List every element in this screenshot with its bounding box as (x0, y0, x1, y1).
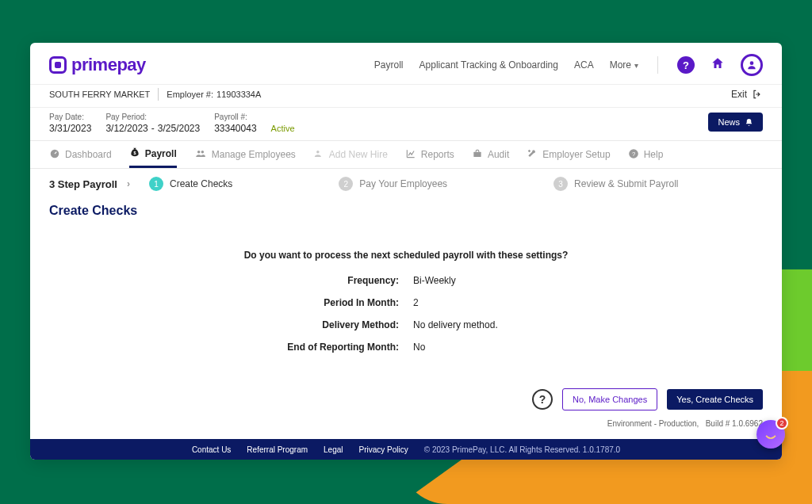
pay-date-col: Pay Date: 3/31/2023 (49, 113, 91, 134)
tab-payroll[interactable]: $ Payroll (129, 141, 177, 168)
footer-privacy[interactable]: Privacy Policy (359, 445, 408, 454)
step-3-num: 3 (553, 177, 568, 191)
topnav-more[interactable]: More ▾ (610, 59, 638, 71)
tab-dashboard[interactable]: Dashboard (49, 141, 112, 168)
chat-widget[interactable]: 2 (756, 420, 785, 449)
main-tabs: Dashboard $ Payroll Manage Employees Add… (30, 140, 782, 169)
news-label: News (718, 117, 740, 127)
chart-icon (405, 148, 416, 162)
brand-name: primepay (71, 55, 146, 75)
payroll-num-label: Payroll #: (214, 113, 256, 121)
status-active: Active (271, 124, 295, 134)
steps-title: 3 Step Payroll › (49, 178, 130, 190)
smile-icon (763, 426, 779, 442)
pay-period-label: Pay Period: (105, 113, 200, 121)
exit-link[interactable]: Exit (731, 89, 763, 100)
step-1-label: Create Checks (170, 178, 232, 189)
step-3[interactable]: 3 Review & Submit Payroll (553, 177, 678, 191)
user-avatar[interactable] (741, 54, 763, 76)
home-icon[interactable] (710, 56, 725, 74)
help-icon[interactable]: ? (677, 56, 695, 74)
money-bag-icon: $ (129, 147, 140, 160)
pay-period-start: 3/12/2023 (105, 123, 147, 134)
brand-logo[interactable]: primepay (49, 55, 146, 75)
step-1-num: 1 (149, 177, 163, 191)
svg-text:?: ? (632, 150, 635, 157)
step-2[interactable]: 2 Pay Your Employees (339, 177, 447, 191)
footer-contact[interactable]: Contact Us (192, 445, 231, 454)
settings-grid: Frequency: Bi-Weekly Period In Month: 2 … (224, 275, 588, 353)
delivery-label: Delivery Method: (224, 319, 399, 330)
tab-add-new-hire[interactable]: Add New Hire (313, 141, 388, 168)
pay-date-value: 3/31/2023 (49, 123, 91, 134)
step-2-label: Pay Your Employees (359, 178, 447, 189)
news-button[interactable]: News (708, 113, 763, 132)
delivery-value: No delivery method. (413, 319, 588, 330)
env-text: Environment - Production, (607, 419, 699, 428)
payroll-steps: 3 Step Payroll › 1 Create Checks 2 Pay Y… (30, 169, 782, 199)
tab-audit[interactable]: Audit (472, 141, 509, 168)
period-label: Period In Month: (224, 297, 399, 308)
eorm-label: End of Reporting Month: (224, 342, 399, 353)
environment-info: Environment - Production, Build # 1.0.69… (607, 419, 763, 428)
app-window: primepay Payroll Applicant Tracking & On… (30, 43, 782, 460)
action-row: ? No, Make Changes Yes, Create Checks (532, 388, 763, 410)
exit-icon (752, 89, 763, 100)
footer-referral[interactable]: Referral Program (247, 445, 308, 454)
yes-create-checks-button[interactable]: Yes, Create Checks (667, 389, 763, 410)
prompt-text: Do you want to process the next schedule… (49, 250, 763, 261)
chevron-right-icon: › (127, 178, 130, 189)
chevron-down-icon: ▾ (634, 61, 638, 70)
step-1[interactable]: 1 Create Checks (149, 177, 232, 191)
tab-add-new-hire-label: Add New Hire (329, 149, 388, 160)
company-bar: SOUTH FERRY MARKET Employer #: 11903334A… (30, 84, 782, 108)
question-icon: ? (628, 148, 639, 162)
footer-legal[interactable]: Legal (324, 445, 343, 454)
company-name: SOUTH FERRY MARKET (49, 90, 150, 99)
steps-title-text: 3 Step Payroll (49, 178, 117, 190)
help-button[interactable]: ? (532, 389, 553, 410)
eorm-value: No (413, 342, 588, 353)
no-make-changes-button[interactable]: No, Make Changes (562, 388, 657, 410)
tab-manage-employees-label: Manage Employees (212, 149, 296, 160)
svg-point-0 (750, 61, 754, 65)
topbar: primepay Payroll Applicant Tracking & On… (30, 43, 782, 84)
exit-label: Exit (731, 89, 747, 100)
employer-number: 11903334A (216, 90, 261, 99)
tab-reports[interactable]: Reports (405, 141, 454, 168)
tab-reports-label: Reports (421, 149, 454, 160)
frequency-value: Bi-Weekly (413, 275, 588, 286)
page-title: Create Checks (49, 204, 763, 218)
topnav-aca[interactable]: ACA (574, 59, 594, 71)
topnav-applicant[interactable]: Applicant Tracking & Onboarding (419, 59, 558, 71)
tab-help[interactable]: ? Help (628, 141, 664, 168)
step-3-label: Review & Submit Payroll (574, 178, 678, 189)
pay-date-label: Pay Date: (49, 113, 91, 121)
tools-icon (527, 148, 538, 162)
topnav-more-label: More (610, 59, 631, 71)
pay-period-col: Pay Period: 3/12/2023 - 3/25/2023 (105, 113, 200, 134)
person-plus-icon (313, 148, 324, 162)
svg-point-3 (197, 150, 201, 153)
chat-badge: 2 (776, 417, 788, 430)
employer-number-label: Employer #: (167, 90, 213, 99)
payroll-num-value: 33340043 (214, 123, 256, 134)
tab-audit-label: Audit (488, 149, 509, 160)
svg-point-4 (201, 150, 204, 153)
tab-employer-setup[interactable]: Employer Setup (527, 141, 610, 168)
tab-payroll-label: Payroll (145, 148, 177, 159)
tab-manage-employees[interactable]: Manage Employees (194, 141, 296, 168)
logo-icon (49, 56, 67, 74)
divider (158, 88, 159, 101)
main-content: Create Checks Do you want to process the… (30, 199, 782, 439)
svg-point-5 (316, 150, 320, 153)
footer-copyright: © 2023 PrimePay, LLC. All Rights Reserve… (424, 445, 620, 454)
build-label: Build # (706, 419, 730, 428)
divider (657, 56, 658, 74)
pay-period-end: 3/25/2023 (158, 123, 200, 134)
payroll-info-row: Pay Date: 3/31/2023 Pay Period: 3/12/202… (30, 108, 782, 140)
bell-icon (745, 118, 753, 127)
tab-help-label: Help (644, 149, 664, 160)
payroll-num-col: Payroll #: 33340043 (214, 113, 256, 134)
topnav-payroll[interactable]: Payroll (374, 59, 404, 71)
